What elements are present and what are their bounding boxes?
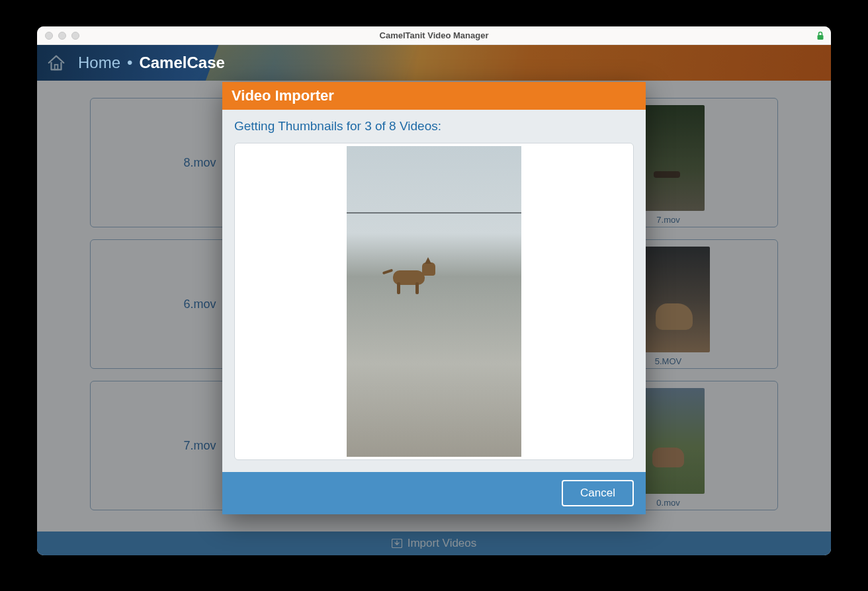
- breadcrumb-current: CamelCase: [139, 54, 224, 72]
- modal-overlay: Video Importer Getting Thumbnails for 3 …: [37, 45, 831, 555]
- breadcrumb-home[interactable]: Home: [78, 54, 120, 72]
- cancel-button[interactable]: Cancel: [562, 480, 634, 506]
- thumbnail-preview: [234, 143, 634, 460]
- preview-image: [347, 146, 521, 457]
- video-importer-modal: Video Importer Getting Thumbnails for 3 …: [222, 82, 646, 514]
- modal-body: Getting Thumbnails for 3 of 8 Videos:: [222, 110, 646, 472]
- breadcrumb-separator: •: [127, 54, 132, 72]
- titlebar: CamelTanit Video Manager: [37, 26, 831, 45]
- lock-icon: [816, 31, 824, 40]
- import-status-text: Getting Thumbnails for 3 of 8 Videos:: [234, 119, 634, 134]
- window-title: CamelTanit Video Manager: [37, 30, 831, 40]
- app-window: CamelTanit Video Manager Home • CamelCas…: [37, 26, 831, 555]
- modal-title: Video Importer: [222, 82, 646, 110]
- modal-footer: Cancel: [222, 472, 646, 514]
- breadcrumb: Home • CamelCase: [78, 54, 225, 72]
- svg-rect-0: [818, 35, 824, 40]
